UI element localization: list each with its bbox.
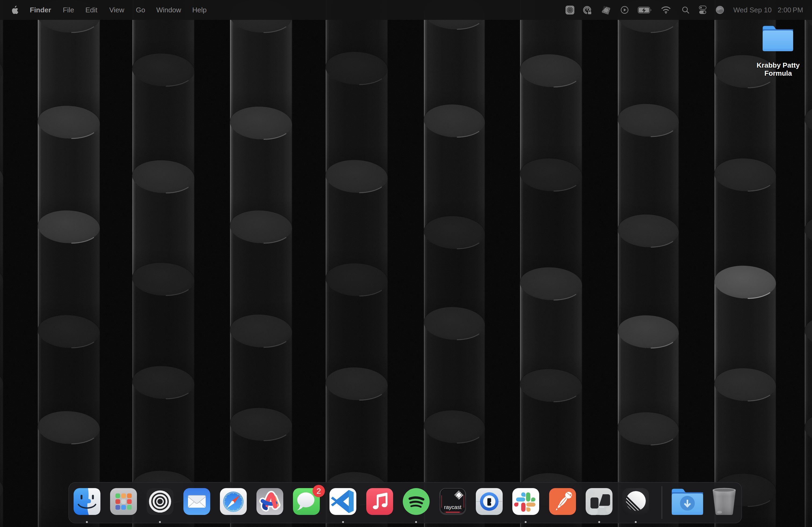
- svg-text:raycast: raycast: [444, 504, 462, 510]
- svg-text:2: 2: [317, 486, 321, 495]
